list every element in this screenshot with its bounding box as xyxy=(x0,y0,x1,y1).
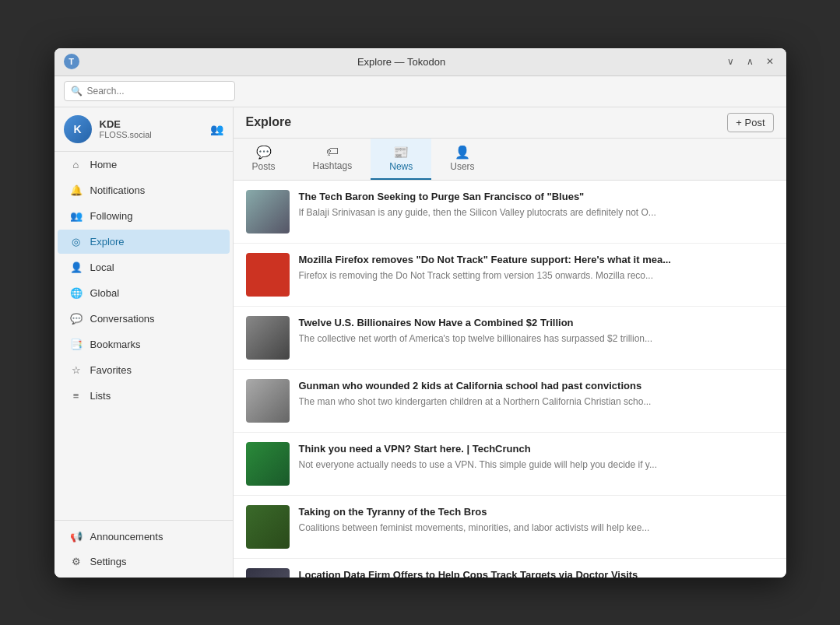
tab-posts[interactable]: 💬 Posts xyxy=(234,139,294,180)
right-panel: Explore + Post 💬 Posts 🏷 Hashtags 📰 News xyxy=(234,107,786,578)
news-item[interactable]: Mozilla Firefox removes "Do Not Track" F… xyxy=(234,244,786,307)
account-handle: FLOSS.social xyxy=(100,130,202,139)
search-icon: 🔍 xyxy=(71,86,83,97)
nav-settings-label: Settings xyxy=(90,556,127,567)
close-button[interactable]: ✕ xyxy=(763,54,777,68)
post-button[interactable]: + Post xyxy=(727,113,773,132)
tab-news[interactable]: 📰 News xyxy=(371,139,431,180)
nav-conversations[interactable]: 💬 Conversations xyxy=(58,307,230,331)
tab-news-label: News xyxy=(389,161,413,172)
app-window: T Explore — Tokodon ∨ ∧ ✕ 🔍 K KDE FLOSS.… xyxy=(54,48,786,578)
news-item[interactable]: The Tech Baron Seeking to Purge San Fran… xyxy=(234,181,786,244)
nav-lists[interactable]: ≡ Lists xyxy=(58,384,230,408)
nav-local-label: Local xyxy=(90,262,114,273)
app-icon: T xyxy=(64,54,79,69)
tab-users-label: Users xyxy=(450,161,474,172)
window-title: Explore — Tokodon xyxy=(357,56,445,68)
nav-bookmarks-label: Bookmarks xyxy=(90,339,141,350)
news-text: Gunman who wounded 2 kids at California … xyxy=(299,379,774,409)
nav-global[interactable]: 🌐 Global xyxy=(58,281,230,305)
news-tab-icon: 📰 xyxy=(393,145,409,160)
sidebar: K KDE FLOSS.social 👥 ⌂ Home 🔔 Notificati… xyxy=(54,107,234,578)
news-text: Taking on the Tyranny of the Tech Bros C… xyxy=(299,505,774,535)
news-summary: Coalitions between feminist movements, m… xyxy=(299,521,750,535)
account-info: KDE FLOSS.social xyxy=(100,118,202,139)
minimize-button[interactable]: ∨ xyxy=(724,54,737,68)
titlebar: T Explore — Tokodon ∨ ∧ ✕ xyxy=(54,48,786,76)
nav-notifications-label: Notifications xyxy=(90,184,146,196)
local-icon: 👤 xyxy=(70,262,83,273)
news-summary: Firefox is removing the Do Not Track set… xyxy=(299,269,750,283)
sidebar-spacer xyxy=(54,409,233,520)
news-summary: If Balaji Srinivasan is any guide, then … xyxy=(299,206,750,219)
account-name: KDE xyxy=(100,118,202,130)
home-icon: ⌂ xyxy=(70,159,83,170)
nav-global-label: Global xyxy=(90,287,120,299)
news-title: Location Data Firm Offers to Help Cops T… xyxy=(299,568,774,578)
bookmarks-icon: 📑 xyxy=(70,339,83,350)
news-title: Think you need a VPN? Start here. | Tech… xyxy=(299,442,774,456)
hashtags-tab-icon: 🏷 xyxy=(326,145,339,159)
main-content: K KDE FLOSS.social 👥 ⌂ Home 🔔 Notificati… xyxy=(54,107,786,578)
news-title: Gunman who wounded 2 kids at California … xyxy=(299,379,774,393)
nav-announcements-label: Announcements xyxy=(90,531,163,542)
tabs-bar: 💬 Posts 🏷 Hashtags 📰 News 👤 Users xyxy=(234,139,786,181)
news-summary: Not everyone actually needs to use a VPN… xyxy=(299,458,750,472)
news-item[interactable]: Taking on the Tyranny of the Tech Bros C… xyxy=(234,496,786,559)
toolbar: 🔍 xyxy=(54,76,786,107)
news-thumb xyxy=(246,316,290,360)
news-thumb xyxy=(246,568,290,578)
nav-bookmarks[interactable]: 📑 Bookmarks xyxy=(58,332,230,356)
nav-lists-label: Lists xyxy=(90,390,111,402)
users-tab-icon: 👤 xyxy=(455,145,470,160)
tab-users[interactable]: 👤 Users xyxy=(431,139,493,180)
news-item[interactable]: Twelve U.S. Billionaires Now Have a Comb… xyxy=(234,307,786,370)
news-text: Location Data Firm Offers to Help Cops T… xyxy=(299,568,774,578)
search-input[interactable] xyxy=(87,86,228,97)
nav-home-label: Home xyxy=(90,159,118,170)
news-list: The Tech Baron Seeking to Purge San Fran… xyxy=(234,181,786,578)
news-thumb xyxy=(246,379,290,423)
maximize-button[interactable]: ∧ xyxy=(743,54,757,68)
nav-local[interactable]: 👤 Local xyxy=(58,255,230,279)
news-text: Think you need a VPN? Start here. | Tech… xyxy=(299,442,774,472)
nav-favorites[interactable]: ☆ Favorites xyxy=(58,358,230,382)
nav-favorites-label: Favorites xyxy=(90,364,132,376)
settings-icon: ⚙ xyxy=(70,556,83,567)
nav-settings[interactable]: ⚙ Settings xyxy=(58,550,230,574)
notifications-icon: 🔔 xyxy=(70,184,83,196)
favorites-icon: ☆ xyxy=(70,364,83,376)
nav-home[interactable]: ⌂ Home xyxy=(58,153,230,177)
explore-icon: ◎ xyxy=(70,236,83,248)
news-title: Mozilla Firefox removes "Do Not Track" F… xyxy=(299,253,774,267)
account-section: K KDE FLOSS.social 👥 xyxy=(54,107,233,152)
lists-icon: ≡ xyxy=(70,390,83,402)
news-thumb xyxy=(246,442,290,486)
news-summary: The man who shot two kindergarten childr… xyxy=(299,395,750,409)
news-title: The Tech Baron Seeking to Purge San Fran… xyxy=(299,190,774,204)
panel-header: Explore + Post xyxy=(234,107,786,139)
nav-conversations-label: Conversations xyxy=(90,313,155,325)
following-icon: 👥 xyxy=(70,210,83,222)
news-item[interactable]: Location Data Firm Offers to Help Cops T… xyxy=(234,559,786,578)
news-item[interactable]: Think you need a VPN? Start here. | Tech… xyxy=(234,433,786,496)
nav-following-label: Following xyxy=(90,210,133,222)
account-action-icon[interactable]: 👥 xyxy=(210,123,223,135)
tab-hashtags-label: Hashtags xyxy=(313,160,353,171)
news-title: Twelve U.S. Billionaires Now Have a Comb… xyxy=(299,316,774,330)
news-text: The Tech Baron Seeking to Purge San Fran… xyxy=(299,190,774,219)
avatar: K xyxy=(64,115,92,143)
search-box[interactable]: 🔍 xyxy=(64,81,235,101)
news-item[interactable]: Gunman who wounded 2 kids at California … xyxy=(234,370,786,433)
nav-following[interactable]: 👥 Following xyxy=(58,204,230,228)
nav-announcements[interactable]: 📢 Announcements xyxy=(58,525,230,549)
news-summary: The collective net worth of America's to… xyxy=(299,332,750,346)
tab-hashtags[interactable]: 🏷 Hashtags xyxy=(294,139,371,180)
news-text: Twelve U.S. Billionaires Now Have a Comb… xyxy=(299,316,774,346)
news-text: Mozilla Firefox removes "Do Not Track" F… xyxy=(299,253,774,283)
conversations-icon: 💬 xyxy=(70,313,83,325)
nav-explore[interactable]: ◎ Explore xyxy=(58,230,230,254)
global-icon: 🌐 xyxy=(70,287,83,299)
page-title: Explore xyxy=(246,115,292,129)
nav-notifications[interactable]: 🔔 Notifications xyxy=(58,178,230,202)
